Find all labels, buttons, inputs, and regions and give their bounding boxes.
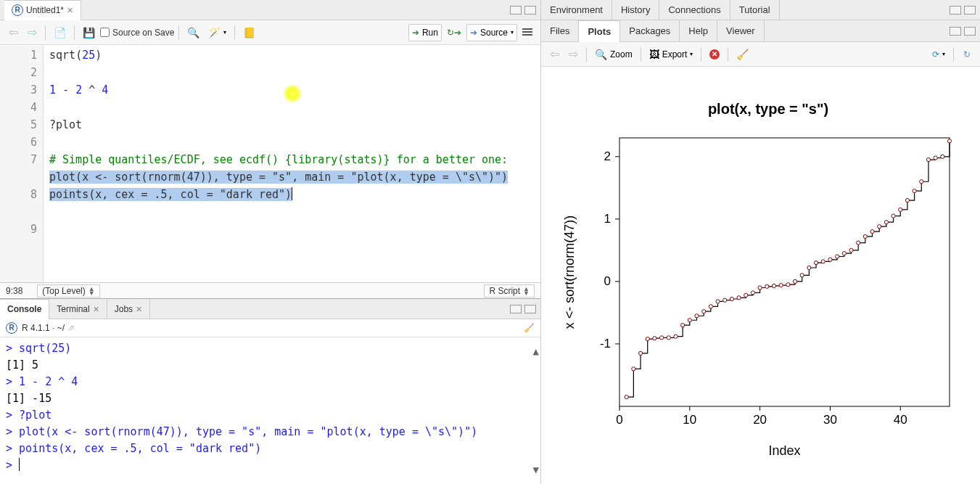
plot-next-button[interactable]: ⇨ — [564, 46, 582, 63]
svg-point-62 — [905, 198, 909, 202]
source-on-save-checkbox[interactable]: Source on Save — [100, 28, 174, 38]
svg-point-54 — [849, 248, 852, 252]
r-logo-icon: R — [12, 4, 23, 16]
close-icon[interactable]: ✕ — [67, 6, 73, 15]
maximize-pane-icon[interactable] — [524, 6, 536, 15]
svg-text:2: 2 — [604, 149, 610, 163]
svg-point-39 — [744, 293, 747, 297]
svg-point-65 — [926, 157, 930, 161]
svg-point-63 — [912, 189, 915, 192]
svg-point-56 — [863, 234, 867, 238]
console-info-bar: R R 4.1.1 · ~/ ⇗ 🧹 — [0, 319, 540, 337]
svg-point-40 — [751, 290, 754, 294]
tab-help[interactable]: Help — [680, 20, 717, 41]
svg-point-46 — [793, 279, 796, 283]
svg-point-36 — [722, 298, 726, 302]
refresh-button[interactable]: ↻ — [958, 46, 976, 63]
remove-plot-button[interactable]: ✕ — [706, 46, 723, 63]
svg-point-29 — [673, 335, 677, 338]
svg-text:-1: -1 — [599, 336, 610, 350]
maximize-pane-icon[interactable] — [524, 305, 536, 313]
forward-button[interactable]: ⇨ — [23, 24, 41, 41]
svg-text:40: 40 — [893, 413, 907, 427]
tab-jobs[interactable]: Jobs✕ — [107, 299, 150, 319]
tab-packages[interactable]: Packages — [620, 20, 680, 41]
svg-point-64 — [919, 179, 923, 183]
minimize-pane-icon[interactable] — [950, 6, 961, 15]
tab-plots[interactable]: Plots — [579, 20, 620, 42]
tab-environment[interactable]: Environment — [541, 0, 612, 20]
show-in-new-window-button[interactable]: 📄 — [50, 24, 70, 41]
scroll-down-icon[interactable]: ▼ — [533, 462, 539, 478]
close-icon[interactable]: ✕ — [93, 305, 99, 314]
svg-point-26 — [652, 336, 656, 340]
svg-point-31 — [688, 318, 691, 321]
minimize-pane-icon[interactable] — [510, 6, 522, 15]
svg-point-34 — [709, 304, 712, 308]
save-button[interactable]: 💾 — [79, 24, 99, 41]
tab-tutorial[interactable]: Tutorial — [730, 0, 780, 20]
svg-point-35 — [715, 299, 719, 303]
console-output[interactable]: > sqrt(25) [1] 5 > 1 - 2 ^ 4 [1] -15 > ?… — [0, 337, 540, 484]
minimize-pane-icon[interactable] — [950, 27, 961, 36]
zoom-button[interactable]: 🔍Zoom — [591, 46, 636, 63]
svg-point-48 — [807, 266, 810, 269]
code-area[interactable]: sqrt(25) 1 - 2 ^ 4 ?plot # Simple quanti… — [44, 45, 540, 282]
svg-point-45 — [786, 282, 789, 286]
scope-selector[interactable]: (Top Level) ▲▼ — [37, 284, 99, 298]
scroll-up-icon[interactable]: ▲ — [533, 343, 539, 360]
plot-prev-button[interactable]: ⇦ — [545, 46, 563, 63]
svg-point-38 — [736, 295, 740, 299]
svg-point-60 — [891, 213, 894, 217]
svg-text:Index: Index — [768, 443, 800, 458]
svg-point-27 — [659, 335, 663, 339]
svg-text:10: 10 — [683, 413, 696, 427]
editor-tab-untitled[interactable]: R Untitled1* ✕ — [4, 0, 81, 20]
console-pane: Console Terminal✕ Jobs✕ R R 4.1.1 · ~/ ⇗… — [0, 298, 540, 484]
tab-console[interactable]: Console — [0, 299, 49, 319]
svg-point-30 — [680, 323, 684, 327]
export-button[interactable]: 🖼Export▾ — [646, 46, 697, 63]
svg-point-57 — [870, 229, 873, 233]
minimize-pane-icon[interactable] — [510, 305, 522, 313]
back-button[interactable]: ⇦ — [4, 24, 22, 41]
tab-viewer[interactable]: Viewer — [717, 20, 765, 41]
publish-button[interactable]: ⟳▾ — [928, 46, 949, 63]
tab-terminal[interactable]: Terminal✕ — [49, 299, 107, 319]
clear-plots-button[interactable]: 🧹 — [733, 46, 752, 63]
svg-point-43 — [772, 284, 775, 287]
language-selector[interactable]: R Script ▲▼ — [484, 284, 535, 298]
svg-text:plot(x, type = "s"): plot(x, type = "s") — [707, 101, 828, 117]
maximize-pane-icon[interactable] — [964, 6, 976, 15]
maximize-pane-icon[interactable] — [964, 27, 976, 36]
notebook-button[interactable]: 📒 — [239, 24, 259, 41]
rerun-button[interactable]: ↻➔ — [443, 24, 465, 41]
plot-area: plot(x, type = "s")010203040-1012Indexx … — [541, 67, 980, 484]
find-button[interactable]: 🔍 — [184, 24, 203, 41]
close-icon[interactable]: ✕ — [136, 305, 142, 314]
svg-point-42 — [765, 284, 768, 288]
svg-point-52 — [835, 254, 839, 258]
tab-connections[interactable]: Connections — [659, 0, 730, 20]
svg-point-22 — [625, 395, 628, 398]
editor-toolbar: ⇦ ⇨ 📄 💾 Source on Save 🔍 🪄▾ 📒 ➔Run ↻➔ ➔S… — [0, 20, 540, 45]
left-panel: R Untitled1* ✕ ⇦ ⇨ 📄 💾 Source on Save 🔍 … — [0, 0, 541, 484]
tab-history[interactable]: History — [612, 0, 659, 20]
share-icon[interactable]: ⇗ — [67, 323, 75, 333]
tab-files[interactable]: Files — [541, 20, 579, 41]
scrollbar[interactable]: ▲ ▼ — [533, 343, 539, 478]
code-editor[interactable]: 1 2 3 4 5 6 7 8 9 sqrt(25) 1 - 2 ^ 4 ?pl… — [0, 45, 540, 282]
wand-button[interactable]: 🪄▾ — [205, 24, 230, 41]
plots-toolbar: ⇦ ⇨ 🔍Zoom 🖼Export▾ ✕ 🧹 ⟳▾ ↻ — [541, 42, 980, 67]
svg-point-59 — [884, 220, 888, 223]
cursor-position: 9:38 — [6, 286, 22, 296]
svg-point-23 — [631, 366, 635, 370]
source-button[interactable]: ➔Source▾ — [466, 24, 517, 41]
editor-gutter: 1 2 3 4 5 6 7 8 9 — [0, 45, 44, 282]
broom-icon[interactable]: 🧹 — [524, 323, 535, 333]
svg-point-25 — [646, 337, 649, 340]
run-button[interactable]: ➔Run — [408, 24, 442, 41]
env-tab-bar: Environment History Connections Tutorial — [541, 0, 980, 20]
outline-button[interactable] — [519, 24, 536, 41]
svg-point-68 — [947, 139, 951, 142]
